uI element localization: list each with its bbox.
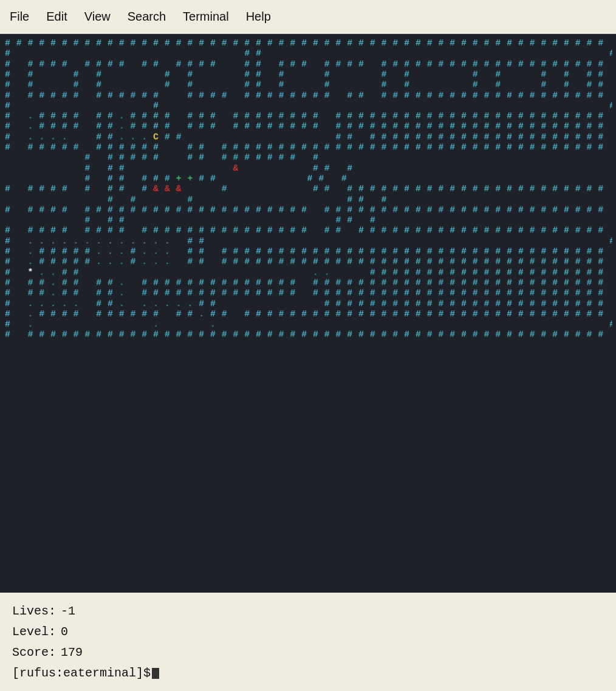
menu-help[interactable]: Help [246,10,271,24]
prompt-line: [rufus:eaterminal]$ [12,663,604,684]
score-value: 179 [61,642,83,663]
lives-label: Lives: [12,601,56,622]
level-line: Level: 0 [12,622,604,642]
status-bar: Lives: -1 Level: 0 Score: 179 [rufus:eat… [0,593,616,691]
menu-file[interactable]: File [10,10,29,24]
level-label: Level: [12,622,56,642]
menu-view[interactable]: View [84,10,111,24]
game-display [0,34,616,593]
cursor [152,668,159,679]
lives-value: -1 [61,601,75,622]
terminal-area [0,34,616,593]
prompt-text: [rufus:eaterminal]$ [12,663,151,684]
level-value: 0 [61,622,68,642]
menu-terminal[interactable]: Terminal [183,10,229,24]
menu-search[interactable]: Search [128,10,166,24]
menubar: File Edit View Search Terminal Help [0,0,616,34]
score-line: Score: 179 [12,642,604,663]
menu-edit[interactable]: Edit [46,10,67,24]
lives-line: Lives: -1 [12,601,604,622]
score-label: Score: [12,642,56,663]
